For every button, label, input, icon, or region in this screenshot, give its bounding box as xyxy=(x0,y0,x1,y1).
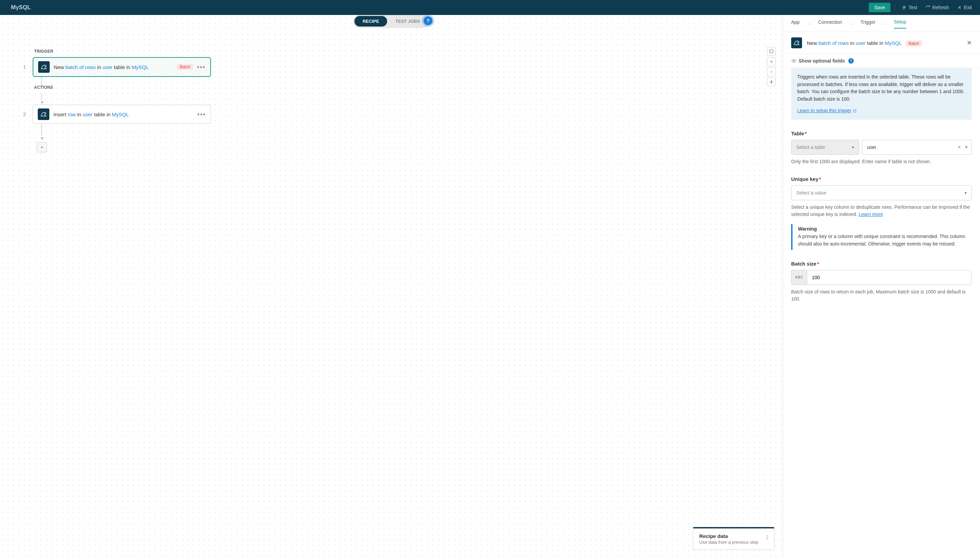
config-sidepanel: App → Connection → Trigger → Setup New b… xyxy=(783,15,980,558)
show-optional-fields-toggle[interactable]: Show optional fields xyxy=(791,58,845,64)
info-text: Triggers when rows are inserted in the s… xyxy=(797,74,966,103)
zoom-in-button[interactable]: + xyxy=(767,57,776,66)
clear-input-icon[interactable]: ✕ xyxy=(957,145,961,149)
tab-test-jobs[interactable]: TEST JOBS xyxy=(387,16,428,26)
divider xyxy=(894,4,895,11)
view-tabs: RECIPE TEST JOBS xyxy=(354,15,429,28)
unique-key-select[interactable]: Select a value ▼ xyxy=(791,185,972,200)
learn-setup-link[interactable]: Learn to setup this trigger xyxy=(797,107,857,115)
chevron-right-icon: → xyxy=(849,21,854,26)
reset-view-button[interactable] xyxy=(767,47,776,56)
tab-recipe[interactable]: RECIPE xyxy=(355,16,387,26)
action-step-text: Insert row in user table in MySQL xyxy=(53,112,193,117)
warning-title: Warning xyxy=(798,226,966,231)
help-icon[interactable]: ? xyxy=(848,58,854,64)
exit-button[interactable]: Exit xyxy=(954,3,975,11)
unique-key-hint: Select a unique key column to deduplicat… xyxy=(791,204,972,218)
crumb-setup[interactable]: Setup xyxy=(894,19,906,29)
batch-size-hint: Batch size of rows to return in each job… xyxy=(791,288,972,303)
warning-box: Warning A primary key or a column with u… xyxy=(791,224,972,249)
batch-size-label: Batch size* xyxy=(791,261,972,267)
step-more-menu[interactable]: ••• xyxy=(197,111,206,118)
table-input[interactable] xyxy=(862,140,972,155)
panel-header-text: New batch of rows in user table in MySQL… xyxy=(807,40,962,46)
expand-icon[interactable] xyxy=(765,535,770,541)
eye-icon xyxy=(791,59,797,63)
crumb-app[interactable]: App xyxy=(791,20,800,28)
warning-text: A primary key or a column with unique co… xyxy=(798,233,966,248)
crumb-trigger[interactable]: Trigger xyxy=(860,20,876,28)
mysql-icon xyxy=(791,38,802,48)
recipe-data-panel[interactable]: Recipe data Use data from a previous ste… xyxy=(693,527,774,550)
recipe-canvas: RECIPE TEST JOBS ? + − TRIGGER 1 xyxy=(0,15,783,558)
optional-fields-row: Show optional fields ? xyxy=(783,54,980,68)
fit-icon xyxy=(769,80,774,84)
breadcrumb: App → Connection → Trigger → Setup xyxy=(783,15,980,32)
page-title: MySQL xyxy=(11,4,31,11)
add-step-button[interactable]: + xyxy=(37,142,47,152)
trigger-step-text: New batch of rows in user table in MySQL xyxy=(54,64,173,70)
connector xyxy=(41,124,42,136)
test-button[interactable]: Test xyxy=(899,3,920,11)
table-select[interactable]: Select a table ▼ xyxy=(791,140,859,155)
actions-section-label: ACTIONS xyxy=(34,85,211,90)
external-link-icon xyxy=(853,109,857,113)
trigger-section-label: TRIGGER xyxy=(34,49,211,54)
step-number: 2 xyxy=(20,112,29,117)
arrow-down-icon: ▼ xyxy=(40,100,211,105)
connector xyxy=(41,93,42,100)
table-label: Table* xyxy=(791,131,972,136)
action-step-card[interactable]: Insert row in user table in MySQL ••• xyxy=(33,105,211,124)
field-unique-key: Unique key* Select a value ▼ Select a un… xyxy=(791,176,972,249)
unique-key-label: Unique key* xyxy=(791,176,972,182)
reset-icon xyxy=(769,49,774,54)
zoom-out-button[interactable]: − xyxy=(767,67,776,76)
chevron-right-icon: → xyxy=(806,21,811,26)
mysql-icon xyxy=(38,108,49,120)
close-panel-button[interactable]: ✕ xyxy=(967,39,972,47)
header-actions: Save Test Refresh Exit xyxy=(869,3,975,12)
app-header: MySQL Save Test Refresh Exit xyxy=(0,0,980,15)
type-indicator: ABC xyxy=(791,270,807,285)
panel-header: New batch of rows in user table in MySQL… xyxy=(783,32,980,54)
step-more-menu[interactable]: ••• xyxy=(197,64,206,71)
chevron-right-icon: → xyxy=(882,21,887,26)
gear-icon xyxy=(902,5,906,10)
trigger-step-card[interactable]: New batch of rows in user table in MySQL… xyxy=(33,57,211,77)
save-button[interactable]: Save xyxy=(869,3,891,12)
close-icon xyxy=(957,5,962,10)
svg-point-1 xyxy=(794,61,794,62)
chevron-down-icon: ▼ xyxy=(852,146,855,149)
table-hint: Only the first 1000 are displayed. Enter… xyxy=(791,158,972,165)
trigger-info-box: Triggers when rows are inserted in the s… xyxy=(791,68,972,120)
fit-view-button[interactable] xyxy=(767,77,776,86)
crumb-connection[interactable]: Connection xyxy=(818,20,842,28)
learn-more-link[interactable]: Learn more xyxy=(858,212,883,217)
step-number: 1 xyxy=(20,64,29,70)
arrow-down-icon: ▼ xyxy=(40,136,211,141)
svg-point-0 xyxy=(903,7,905,8)
batch-badge: Batch xyxy=(906,41,922,47)
batch-size-input[interactable] xyxy=(807,270,972,285)
refresh-button[interactable]: Refresh xyxy=(923,3,952,11)
mysql-icon xyxy=(38,61,50,73)
refresh-icon xyxy=(926,5,930,10)
field-table: Table* Select a table ▼ ✕ ▼ xyxy=(791,131,972,165)
chevron-down-icon[interactable]: ▼ xyxy=(964,145,968,149)
recipe-data-title: Recipe data xyxy=(699,533,768,539)
help-button[interactable]: ? xyxy=(424,16,432,25)
batch-badge: Batch xyxy=(177,64,193,70)
canvas-controls: + − xyxy=(767,47,776,86)
chevron-down-icon: ▼ xyxy=(964,191,967,195)
field-batch-size: Batch size* ABC ⋰ Batch size of rows to … xyxy=(791,261,972,303)
recipe-data-subtitle: Use data from a previous step xyxy=(699,540,768,545)
